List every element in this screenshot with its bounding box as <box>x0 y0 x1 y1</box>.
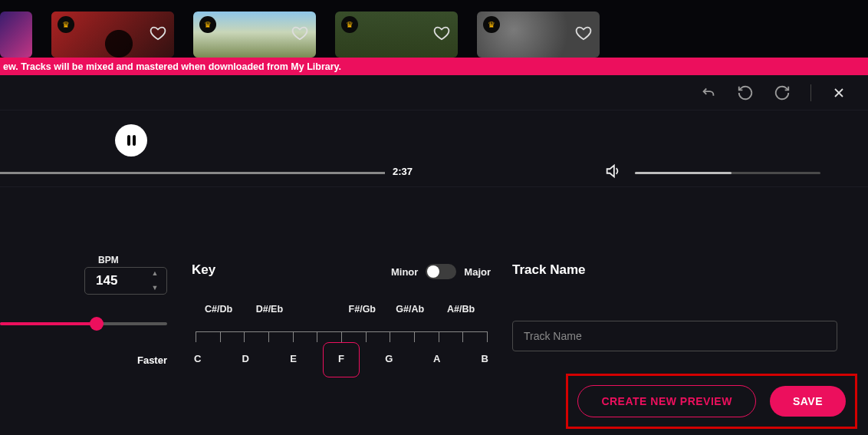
bpm-step-down-icon[interactable]: ▼ <box>148 285 162 292</box>
key-note[interactable]: F <box>338 353 344 364</box>
key-note[interactable]: D <box>242 353 248 364</box>
crown-icon: ♛ <box>483 16 500 33</box>
bpm-input-wrap: ▲ ▼ <box>84 267 167 295</box>
editor-panel: 2:37 BPM ▲ ▼ Fa <box>0 75 868 435</box>
divider <box>810 84 811 101</box>
close-icon[interactable] <box>831 85 847 101</box>
bpm-slider[interactable]: Faster <box>0 322 167 366</box>
crown-icon: ♛ <box>199 16 216 33</box>
key-note[interactable]: E <box>290 353 297 364</box>
volume-track[interactable] <box>635 172 820 174</box>
trackname-block: Track Name <box>512 262 837 351</box>
key-scale: C#/Db D#/Eb F#/Gb G#/Ab A#/Bb <box>192 304 491 373</box>
trackname-input[interactable] <box>512 321 837 351</box>
key-note[interactable]: G <box>385 353 393 364</box>
pause-icon <box>127 135 136 146</box>
volume-control <box>604 163 820 183</box>
key-block: Key Minor Major C#/Db D#/Eb F#/Gb G#/Ab … <box>192 262 491 373</box>
player-bar: 2:37 <box>0 110 868 187</box>
heart-icon[interactable] <box>575 25 592 44</box>
key-note[interactable]: B <box>481 353 488 364</box>
tonality-toggle-group: Minor Major <box>391 264 491 279</box>
key-sharp[interactable]: D#/Eb <box>256 304 283 315</box>
tonality-toggle[interactable] <box>426 264 456 279</box>
playlist-card[interactable]: ♛ <box>477 12 600 58</box>
save-button[interactable]: SAVE <box>770 386 846 417</box>
heart-icon[interactable] <box>433 25 450 44</box>
bpm-step-up-icon[interactable]: ▲ <box>148 270 162 277</box>
bpm-label: BPM <box>98 255 167 265</box>
bpm-slider-thumb[interactable] <box>90 317 104 331</box>
notice-banner: ew. Tracks will be mixed and mastered wh… <box>0 58 868 75</box>
volume-fill <box>635 172 732 174</box>
key-axis <box>196 331 487 332</box>
playlist-card[interactable]: ♛ <box>193 12 316 58</box>
progress-fill <box>0 172 385 174</box>
controls-area: BPM ▲ ▼ Faster Key Minor <box>0 187 868 435</box>
bpm-faster-label: Faster <box>0 354 167 366</box>
key-sharp[interactable]: C#/Db <box>205 304 232 315</box>
key-sharp[interactable]: G#/Ab <box>396 304 424 315</box>
pause-button[interactable] <box>115 124 147 157</box>
key-sharp[interactable]: A#/Bb <box>447 304 475 315</box>
playlist-cards-row: ♛ ♛ ♛ ♛ <box>0 0 868 58</box>
trackname-heading: Track Name <box>512 262 837 278</box>
bpm-block: BPM ▲ ▼ <box>84 255 167 295</box>
create-preview-button[interactable]: CREATE NEW PREVIEW <box>577 385 756 417</box>
progress-track[interactable] <box>0 172 385 174</box>
redo-icon[interactable] <box>774 84 791 101</box>
key-sharp[interactable]: F#/Gb <box>349 304 376 315</box>
undo-icon[interactable] <box>737 84 754 101</box>
heart-icon[interactable] <box>291 25 308 44</box>
volume-icon[interactable] <box>604 163 621 183</box>
playlist-card[interactable]: ♛ <box>335 12 458 58</box>
actions-group: CREATE NEW PREVIEW SAVE <box>566 374 857 429</box>
key-note[interactable]: A <box>433 353 440 364</box>
toggle-knob <box>427 265 439 278</box>
minor-label: Minor <box>391 266 418 278</box>
major-label: Major <box>464 266 491 278</box>
crown-icon: ♛ <box>341 16 358 33</box>
crown-icon: ♛ <box>58 16 74 33</box>
playlist-card[interactable]: ♛ <box>51 12 174 58</box>
banner-text: ew. Tracks will be mixed and mastered wh… <box>3 61 341 72</box>
history-back-icon[interactable] <box>700 84 717 101</box>
bpm-slider-fill <box>0 322 97 325</box>
editor-topbar <box>0 75 868 110</box>
heart-icon[interactable] <box>150 25 166 44</box>
time-display: 2:37 <box>393 166 413 177</box>
key-note[interactable]: C <box>194 353 201 364</box>
playlist-card[interactable] <box>0 12 32 58</box>
